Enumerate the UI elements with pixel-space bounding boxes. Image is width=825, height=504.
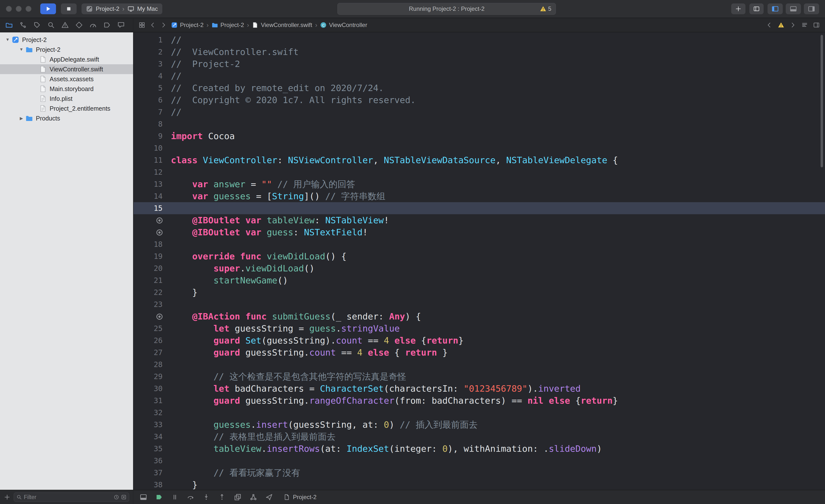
stop-button[interactable] (61, 3, 77, 14)
issue-navigator-icon[interactable] (61, 21, 69, 29)
code-line[interactable]: 23 (134, 299, 825, 311)
code-line[interactable]: 15 (134, 202, 825, 214)
line-number[interactable]: 29 (134, 370, 162, 383)
next-issue-icon[interactable] (790, 22, 796, 28)
code-line[interactable]: 3// Project-2 (134, 58, 825, 70)
disclosure-triangle-icon[interactable]: ▼ (3, 37, 12, 42)
code-line[interactable]: 30 let badCharacters = CharacterSet(char… (134, 383, 825, 395)
breadcrumb-segment[interactable]: ViewController.swift (252, 22, 312, 28)
hide-debug-area-icon[interactable] (140, 493, 147, 501)
line-number[interactable]: 6 (134, 94, 162, 106)
code-line[interactable]: 22 } (134, 286, 825, 299)
line-number[interactable]: 15 (134, 202, 162, 214)
sidebar-item[interactable]: Project_2.entitlements (0, 103, 133, 113)
code-line[interactable]: 21 startNewGame() (134, 274, 825, 286)
report-navigator-icon[interactable] (118, 21, 125, 29)
code-line[interactable]: @IBOutlet var guess: NSTextField! (134, 226, 825, 238)
forward-icon[interactable] (160, 22, 167, 28)
warning-indicator[interactable]: 5 (540, 6, 551, 12)
line-number[interactable]: 37 (134, 467, 162, 479)
sidebar-item[interactable]: ▶Products (0, 113, 133, 123)
code-line[interactable]: 10 (134, 142, 825, 154)
connection-indicator-icon[interactable] (134, 311, 162, 322)
toggle-navigator-button[interactable] (767, 3, 783, 14)
breadcrumb-segment[interactable]: Project-2 (171, 22, 204, 28)
code-line[interactable]: 14 var guesses = [String]() // 字符串数组 (134, 190, 825, 202)
code-line[interactable]: 9import Cocoa (134, 130, 825, 142)
debug-navigator-icon[interactable] (89, 21, 97, 29)
memory-graph-icon[interactable] (250, 493, 257, 501)
code-line[interactable]: 36 (134, 455, 825, 467)
line-number[interactable]: 13 (134, 178, 162, 190)
code-line[interactable]: 1// (134, 34, 825, 46)
close-button[interactable] (6, 6, 12, 12)
issue-warning-icon[interactable] (778, 22, 784, 28)
line-number[interactable]: 9 (134, 130, 162, 142)
code-line[interactable]: 25 let guessString = guess.stringValue (134, 322, 825, 334)
code-line[interactable]: 12 (134, 166, 825, 178)
add-editor-icon[interactable] (813, 22, 820, 28)
line-number[interactable]: 11 (134, 154, 162, 166)
editor-options-button[interactable] (749, 3, 764, 14)
line-number[interactable]: 1 (134, 34, 162, 46)
code-line[interactable]: 20 super.viewDidLoad() (134, 262, 825, 274)
line-number[interactable]: 36 (134, 455, 162, 467)
code-line[interactable]: 34 // 表格里也是插入到最前面去 (134, 431, 825, 443)
breadcrumb-segment[interactable]: Project-2 (212, 22, 244, 28)
scheme-selector[interactable]: Project-2 › My Mac (81, 3, 162, 14)
simulate-location-icon[interactable] (266, 493, 273, 501)
line-number[interactable]: 30 (134, 383, 162, 395)
code-line[interactable]: @IBOutlet var tableView: NSTableView! (134, 214, 825, 226)
disclosure-triangle-icon[interactable]: ▼ (17, 47, 25, 52)
recents-filter-icon[interactable] (114, 494, 119, 500)
adjust-editor-icon[interactable] (802, 22, 808, 28)
scm-filter-icon[interactable] (121, 494, 127, 500)
line-number[interactable]: 8 (134, 118, 162, 130)
disclosure-triangle-icon[interactable]: ▶ (17, 116, 25, 121)
code-line[interactable]: 7// (134, 106, 825, 118)
code-line[interactable]: 4// (134, 70, 825, 82)
step-out-icon[interactable] (218, 493, 226, 501)
breakpoint-navigator-icon[interactable] (103, 21, 111, 29)
line-number[interactable]: 33 (134, 419, 162, 431)
code-line[interactable]: 28 (134, 358, 825, 370)
find-navigator-icon[interactable] (48, 21, 55, 29)
line-number[interactable]: 25 (134, 322, 162, 334)
code-line[interactable]: @IBAction func submitGuess(_ sender: Any… (134, 311, 825, 322)
line-number[interactable]: 12 (134, 166, 162, 178)
sidebar-item[interactable]: ▼Project-2 (0, 45, 133, 55)
line-number[interactable]: 35 (134, 443, 162, 455)
line-number[interactable]: 23 (134, 299, 162, 311)
code-line[interactable]: 19 override func viewDidLoad() { (134, 250, 825, 262)
test-navigator-icon[interactable] (75, 21, 83, 29)
connection-indicator-icon[interactable] (134, 214, 162, 226)
step-into-icon[interactable] (203, 493, 210, 501)
zoom-button[interactable] (25, 6, 31, 12)
toggle-inspector-button[interactable] (804, 3, 819, 14)
line-number[interactable]: 10 (134, 142, 162, 154)
code-line[interactable]: 31 guard guessString.rangeOfCharacter(fr… (134, 395, 825, 407)
debug-process[interactable]: Project-2 (284, 494, 316, 501)
line-number[interactable]: 28 (134, 358, 162, 370)
sidebar-item[interactable]: AppDelegate.swift (0, 55, 133, 64)
view-hierarchy-icon[interactable] (234, 493, 241, 501)
code-line[interactable]: 18 (134, 238, 825, 250)
related-items-icon[interactable] (139, 22, 145, 28)
step-over-icon[interactable] (187, 493, 194, 501)
symbol-navigator-icon[interactable] (33, 21, 41, 29)
add-file-icon[interactable] (4, 494, 10, 500)
code-line[interactable]: 5// Created by remote_edit on 2020/7/24. (134, 82, 825, 94)
filter-field[interactable] (14, 493, 129, 502)
code-line[interactable]: 29 // 这个检查是不是包含其他字符的写法真是奇怪 (134, 370, 825, 383)
sidebar-item[interactable]: Assets.xcassets (0, 74, 133, 84)
source-control-navigator-icon[interactable] (19, 21, 27, 29)
line-number[interactable]: 18 (134, 238, 162, 250)
sidebar-item[interactable]: ViewController.swift (0, 64, 133, 74)
line-number[interactable]: 2 (134, 46, 162, 58)
line-number[interactable]: 21 (134, 274, 162, 286)
line-number[interactable]: 20 (134, 262, 162, 274)
back-icon[interactable] (150, 22, 156, 28)
code-line[interactable]: 35 tableView.insertRows(at: IndexSet(int… (134, 443, 825, 455)
code-line[interactable]: 33 guesses.insert(guessString, at: 0) //… (134, 419, 825, 431)
filter-input[interactable] (24, 494, 112, 501)
